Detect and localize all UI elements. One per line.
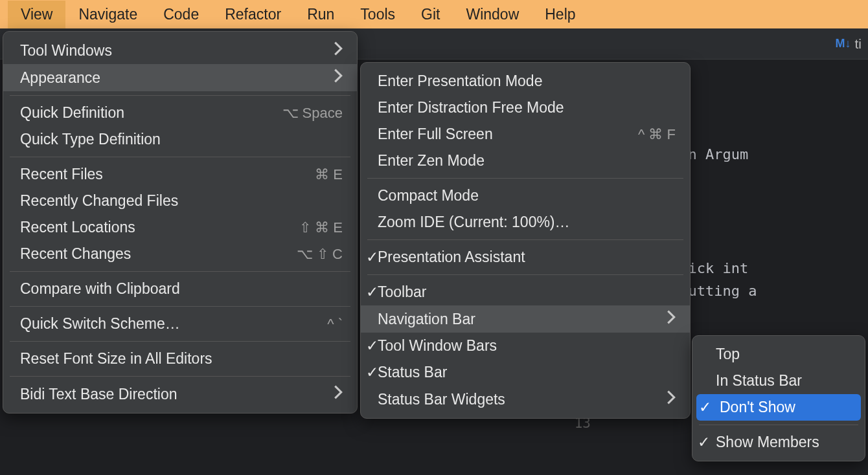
menu-item-enter-distraction-free[interactable]: Enter Distraction Free Mode [361, 94, 690, 121]
menu-separator [699, 425, 858, 425]
menu-item-label: Tool Window Bars [378, 337, 676, 355]
menu-item-label: Quick Type Definition [20, 131, 343, 148]
menu-item-compare-clipboard[interactable]: Compare with Clipboard [3, 276, 357, 302]
menu-item-label: Don't Show [713, 399, 847, 416]
menu-item-label: Enter Zen Mode [378, 152, 676, 170]
menu-item-recent-changes[interactable]: Recent Changes ⌥ ⇧ C [3, 241, 357, 267]
menu-separator [367, 178, 683, 179]
check-icon: ✓ [366, 283, 378, 301]
menu-shortcut: ⌥ ⇧ C [297, 246, 343, 263]
menu-item-label: Status Bar [378, 364, 676, 381]
menu-item-label: Recent Files [20, 166, 315, 183]
menu-item-recently-changed-files[interactable]: Recently Changed Files [3, 188, 357, 214]
menu-item-label: Bidi Text Base Direction [20, 386, 334, 403]
menu-item-label: Recent Locations [20, 219, 299, 236]
menu-item-quick-definition[interactable]: Quick Definition ⌥ Space [3, 100, 357, 126]
check-icon: ✓ [366, 364, 378, 381]
menu-item-label: Appearance [20, 69, 334, 87]
menu-item-status-bar[interactable]: ✓ Status Bar [361, 359, 690, 386]
menu-item-tool-window-bars[interactable]: ✓ Tool Window Bars [361, 333, 690, 359]
menu-separator [367, 274, 683, 275]
menu-item-tool-windows[interactable]: Tool Windows [3, 37, 357, 64]
menu-item-label: Top [709, 346, 851, 363]
menu-item-label: Show Members [709, 434, 851, 451]
menu-item-label: Presentation Assistant [378, 249, 676, 266]
menu-item-label: Quick Switch Scheme… [20, 315, 327, 333]
menu-item-label: Reset Font Size in All Editors [20, 350, 343, 368]
menu-item-label: Compare with Clipboard [20, 280, 343, 298]
chevron-right-icon [334, 69, 343, 87]
view-menu: Tool Windows Appearance Quick Definition… [3, 31, 358, 414]
markdown-icon: M↓ [836, 37, 851, 50]
menu-item-label: Tool Windows [20, 42, 334, 60]
menu-item-presentation-assistant[interactable]: ✓ Presentation Assistant [361, 244, 690, 271]
menu-item-label: Recent Changes [20, 245, 297, 263]
menu-shortcut: ⇧ ⌘ E [299, 219, 343, 236]
check-icon: ✓ [366, 249, 378, 266]
menu-item-navigation-bar[interactable]: Navigation Bar [361, 305, 690, 333]
menu-item-enter-full-screen[interactable]: Enter Full Screen ^ ⌘ F [361, 121, 690, 148]
menu-item-label: Enter Presentation Mode [378, 72, 676, 90]
menu-item-status-bar-widgets[interactable]: Status Bar Widgets [361, 386, 690, 413]
menubar-item-window[interactable]: Window [453, 1, 532, 28]
menu-item-quick-type-definition[interactable]: Quick Type Definition [3, 126, 357, 153]
menu-item-enter-presentation-mode[interactable]: Enter Presentation Mode [361, 68, 690, 94]
check-icon: ✓ [699, 399, 711, 416]
menu-item-compact-mode[interactable]: Compact Mode [361, 182, 690, 209]
menu-item-reset-font-size[interactable]: Reset Font Size in All Editors [3, 346, 357, 372]
menu-item-toolbar[interactable]: ✓ Toolbar [361, 279, 690, 305]
menu-item-top[interactable]: Top [692, 341, 865, 368]
menu-separator [10, 157, 350, 157]
menu-item-in-status-bar[interactable]: In Status Bar [692, 368, 865, 394]
chevron-right-icon [334, 385, 343, 403]
menubar-item-navigate[interactable]: Navigate [65, 1, 150, 28]
menu-item-label: Quick Definition [20, 104, 282, 122]
menubar-item-view[interactable]: View [8, 1, 65, 28]
menu-item-appearance[interactable]: Appearance [3, 64, 357, 91]
menu-shortcut: ^ ` [327, 316, 343, 333]
menubar-item-code[interactable]: Code [150, 1, 212, 28]
chevron-right-icon [334, 41, 343, 60]
menu-item-label: Compact Mode [378, 187, 676, 204]
menu-item-label: Zoom IDE (Current: 100%)… [378, 214, 676, 231]
tab-filename: ti [855, 36, 862, 52]
menu-item-label: Enter Full Screen [378, 126, 638, 143]
check-icon: ✓ [366, 337, 378, 355]
menu-item-recent-files[interactable]: Recent Files ⌘ E [3, 161, 357, 188]
check-icon: ✓ [698, 434, 709, 451]
menu-item-label: Status Bar Widgets [378, 391, 667, 408]
menu-separator [10, 341, 350, 342]
menu-separator [10, 95, 350, 96]
menu-item-quick-switch-scheme[interactable]: Quick Switch Scheme… ^ ` [3, 311, 357, 337]
menu-item-label: Recently Changed Files [20, 192, 343, 210]
menu-item-label: In Status Bar [709, 372, 851, 390]
menu-separator [367, 239, 683, 240]
menu-item-bidi-text[interactable]: Bidi Text Base Direction [3, 381, 357, 408]
appearance-menu: Enter Presentation Mode Enter Distractio… [360, 62, 691, 419]
menu-item-dont-show[interactable]: ✓ Don't Show [696, 394, 861, 421]
menubar-item-git[interactable]: Git [408, 1, 453, 28]
menu-item-show-members[interactable]: ✓ Show Members [692, 429, 865, 456]
menubar-item-refactor[interactable]: Refactor [212, 1, 294, 28]
menu-item-recent-locations[interactable]: Recent Locations ⇧ ⌘ E [3, 214, 357, 241]
menu-item-label: Navigation Bar [378, 311, 667, 328]
chevron-right-icon [667, 390, 676, 408]
menu-separator [10, 271, 350, 272]
menu-item-label: Toolbar [378, 283, 676, 301]
navigation-bar-menu: Top In Status Bar ✓ Don't Show ✓ Show Me… [692, 335, 865, 461]
menu-separator [10, 306, 350, 307]
menubar-item-run[interactable]: Run [294, 1, 347, 28]
menu-item-label: Enter Distraction Free Mode [378, 99, 676, 116]
menu-shortcut: ⌥ Space [282, 105, 343, 122]
chevron-right-icon [667, 310, 676, 328]
menu-shortcut: ^ ⌘ F [638, 126, 676, 143]
menubar-item-tools[interactable]: Tools [347, 1, 408, 28]
menubar: View Navigate Code Refactor Run Tools Gi… [0, 0, 868, 28]
menu-shortcut: ⌘ E [315, 166, 343, 183]
menubar-item-help[interactable]: Help [532, 1, 588, 28]
menu-separator [10, 376, 350, 377]
menu-item-zoom-ide[interactable]: Zoom IDE (Current: 100%)… [361, 209, 690, 236]
editor-tab[interactable]: M↓ ti [836, 36, 862, 52]
menu-item-enter-zen-mode[interactable]: Enter Zen Mode [361, 148, 690, 174]
